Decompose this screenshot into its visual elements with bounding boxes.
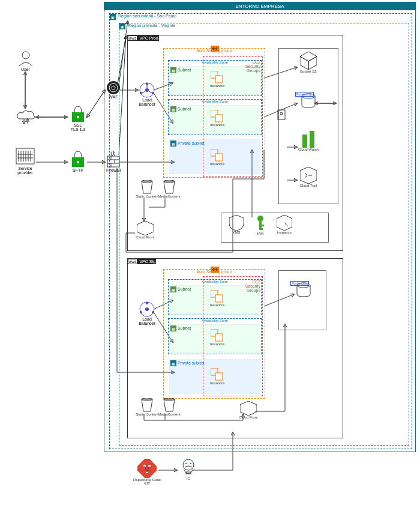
svg-point-59 <box>146 83 148 85</box>
svg-rect-69 <box>215 115 223 122</box>
fw-label: Firewall <box>105 168 122 172</box>
region-badge-icon: ▣ <box>119 23 125 29</box>
ssl-label: SSL TLS 1.3 <box>68 123 88 132</box>
cloudfront-icon: Cloud Front <box>133 221 157 239</box>
subnet2-prod: Subnet <box>178 107 191 111</box>
instance-icon: Instancia <box>210 149 224 166</box>
bucket-icon: MediaContent <box>157 398 181 416</box>
svg-point-75 <box>257 216 263 222</box>
svg-point-88 <box>146 302 148 304</box>
svg-rect-93 <box>215 295 223 302</box>
subnet-badge-icon: ▦ <box>170 106 176 112</box>
bucket-icon: Static Content <box>135 398 159 416</box>
ssl-icon: SSL TLS 1.3 <box>68 105 88 132</box>
git-icon: Repositorio Code GIT <box>132 459 162 485</box>
svg-point-45 <box>77 116 79 118</box>
svg-point-48 <box>107 81 120 94</box>
subnet1-prod: Subnet <box>178 68 191 72</box>
svg-rect-85 <box>310 131 314 148</box>
instance-icon: Instancia <box>210 71 224 88</box>
subnet-badge-icon: ▦ <box>170 286 176 292</box>
lb-prod-icon: Load Balancer <box>135 82 159 106</box>
postgres-icon: PostgreSQL <box>298 93 319 109</box>
cloudfront-icon: Cloud Front <box>236 401 260 419</box>
svg-rect-51 <box>107 156 119 167</box>
ic-icon: IC <box>178 459 199 480</box>
svg-line-64 <box>149 91 152 93</box>
vpc-stg-title: aws VPC Stg <box>128 259 156 264</box>
subnet-badge-icon: ▦ <box>170 325 176 331</box>
region-secondary: Region secundaria - Sao Paulo <box>118 14 176 18</box>
svg-point-74 <box>142 224 148 230</box>
subnet1-stg: Subnet <box>178 287 191 291</box>
cloudtrail-icon: Cloud Trail <box>295 167 322 187</box>
svg-rect-108 <box>186 472 191 474</box>
svg-point-83 <box>280 112 283 115</box>
doc-icon <box>277 109 286 120</box>
priv-prod: Private subnet <box>178 141 205 145</box>
instance-icon: Instancia <box>210 368 224 385</box>
kms-icon: KMS <box>227 215 246 234</box>
region-primary: Region primaria - Virginia <box>128 23 175 28</box>
lb-prod-label: Load Balancer <box>135 98 159 106</box>
sp-label: Service provider <box>13 166 37 175</box>
priv-stg: Private subnet <box>178 361 205 365</box>
svg-point-106 <box>185 463 187 464</box>
region-badge-icon: ▣ <box>110 14 116 20</box>
svg-rect-101 <box>137 459 157 478</box>
title-entorno: ENTORNO EMPRESA <box>104 2 415 10</box>
svg-point-47 <box>77 161 79 163</box>
iam-icon: IAM <box>251 215 270 235</box>
svg-line-63 <box>142 91 145 93</box>
svg-point-79 <box>281 219 286 224</box>
inspector-icon: Inspector <box>272 215 296 234</box>
svg-point-32 <box>22 52 29 59</box>
priv-badge-icon: ▦ <box>170 141 176 147</box>
vpc-prod-title: aws VPC Prod <box>128 35 159 41</box>
svg-point-107 <box>190 463 191 464</box>
svg-point-61 <box>152 92 154 94</box>
bucket-s3-icon: Bucket S3 <box>296 52 320 73</box>
svg-point-90 <box>152 311 154 313</box>
waf-icon: WAF <box>105 80 122 99</box>
svg-point-60 <box>140 92 142 94</box>
svg-rect-78 <box>259 228 263 230</box>
sftp-icon: SFTP <box>68 150 88 172</box>
user-label: User <box>15 67 36 71</box>
subnet2-stg: Subnet <box>178 326 191 330</box>
svg-point-105 <box>183 459 194 470</box>
svg-rect-77 <box>259 225 264 226</box>
svg-rect-95 <box>215 334 223 341</box>
sftp-label: SFTP <box>68 168 88 172</box>
svg-point-89 <box>140 311 142 313</box>
cloud-icon <box>15 109 36 125</box>
instance-icon: Instancia <box>210 290 224 307</box>
priv-badge-icon: ▦ <box>170 360 176 366</box>
user-icon: User <box>15 49 36 71</box>
svg-line-80 <box>285 223 288 226</box>
service-provider-icon: Service provider <box>13 146 37 175</box>
svg-point-87 <box>145 307 149 311</box>
svg-rect-67 <box>215 76 223 83</box>
lb-stg-label: Load Balancer <box>135 317 159 325</box>
waf-label: WAF <box>105 95 122 99</box>
svg-line-4 <box>87 90 105 117</box>
bucket-icon: Static Content <box>135 180 159 198</box>
subnet-badge-icon: ▦ <box>170 67 176 73</box>
svg-rect-97 <box>215 373 223 380</box>
ec2-prod: EC2 Security Groups <box>240 60 260 73</box>
ec2-stg: EC2 Security Groups <box>240 280 260 292</box>
svg-line-5 <box>87 90 105 117</box>
svg-rect-71 <box>215 154 223 161</box>
firewall-icon: Firewall <box>105 151 122 172</box>
svg-point-58 <box>145 88 149 92</box>
cloudwatch-icon: Cloud Watch <box>295 131 322 151</box>
lb-stg-icon: Load Balancer <box>135 301 159 325</box>
instance-icon: Instancia <box>210 110 224 127</box>
bucket-icon: MediaContent <box>157 180 181 198</box>
svg-rect-84 <box>302 135 307 148</box>
instance-icon: Instancia <box>210 329 224 346</box>
postgres-icon: PostgreSQL <box>293 282 314 298</box>
